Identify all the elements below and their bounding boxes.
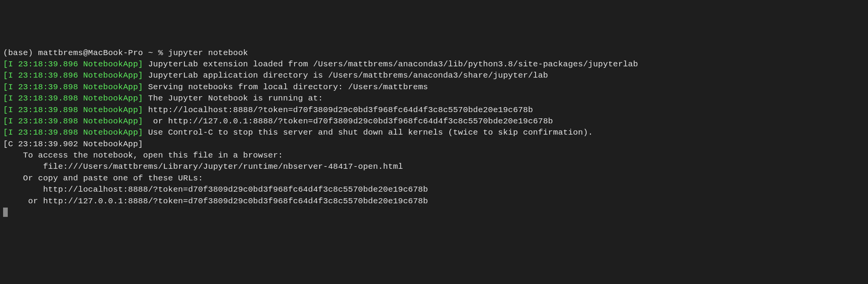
- prompt-path: ~: [148, 48, 153, 57]
- log-tag: [C 23:18:39.902 NotebookApp]: [3, 140, 143, 149]
- access-or-header: Or copy and paste one of these URLs:: [3, 173, 865, 184]
- access-url1: http://localhost:8888/?token=d70f3809d29…: [3, 184, 865, 195]
- log-tag: [I 23:18:39.898 NotebookApp]: [3, 94, 143, 103]
- log-line: [I 23:18:39.898 NotebookApp] The Jupyter…: [3, 93, 865, 104]
- log-line: [I 23:18:39.898 NotebookApp] http://loca…: [3, 104, 865, 116]
- log-message: The Jupyter Notebook is running at:: [143, 94, 323, 103]
- terminal-output[interactable]: (base) mattbrems@MacBook-Pro ~ % jupyter…: [3, 47, 865, 218]
- cursor-icon: [3, 208, 8, 217]
- prompt-line: (base) mattbrems@MacBook-Pro ~ % jupyter…: [3, 47, 865, 59]
- log-message: JupyterLab extension loaded from /Users/…: [143, 60, 638, 69]
- prompt-user-host: mattbrems@MacBook-Pro: [38, 48, 143, 57]
- log-tag: [I 23:18:39.898 NotebookApp]: [3, 128, 143, 137]
- log-tag: [I 23:18:39.898 NotebookApp]: [3, 106, 143, 114]
- access-url2: or http://127.0.0.1:8888/?token=d70f3809…: [3, 196, 865, 207]
- log-line: [I 23:18:39.896 NotebookApp] JupyterLab …: [3, 70, 865, 81]
- prompt-env: (base): [3, 48, 33, 57]
- log-tag: [I 23:18:39.898 NotebookApp]: [3, 117, 143, 126]
- access-file-url: file:///Users/mattbrems/Library/Jupyter/…: [3, 161, 865, 172]
- access-header: To access the notebook, open this file i…: [3, 150, 865, 161]
- log-line: [C 23:18:39.902 NotebookApp]: [3, 139, 865, 150]
- log-tag: [I 23:18:39.896 NotebookApp]: [3, 71, 143, 80]
- log-line: [I 23:18:39.898 NotebookApp] Use Control…: [3, 127, 865, 138]
- prompt-symbol: %: [158, 48, 163, 57]
- log-line: [I 23:18:39.896 NotebookApp] JupyterLab …: [3, 59, 865, 70]
- log-message: JupyterLab application directory is /Use…: [143, 71, 548, 80]
- log-line: [I 23:18:39.898 NotebookApp] or http://1…: [3, 116, 865, 127]
- log-message: Serving notebooks from local directory: …: [143, 83, 428, 92]
- log-message: http://localhost:8888/?token=d70f3809d29…: [143, 106, 533, 114]
- log-line: [I 23:18:39.898 NotebookApp] Serving not…: [3, 81, 865, 93]
- log-lines: [I 23:18:39.896 NotebookApp] JupyterLab …: [3, 59, 865, 150]
- log-message: Use Control-C to stop this server and sh…: [143, 128, 593, 137]
- log-tag: [I 23:18:39.898 NotebookApp]: [3, 83, 143, 92]
- log-message: or http://127.0.0.1:8888/?token=d70f3809…: [143, 117, 553, 126]
- log-tag: [I 23:18:39.896 NotebookApp]: [3, 60, 143, 69]
- command-text: jupyter notebook: [168, 48, 248, 57]
